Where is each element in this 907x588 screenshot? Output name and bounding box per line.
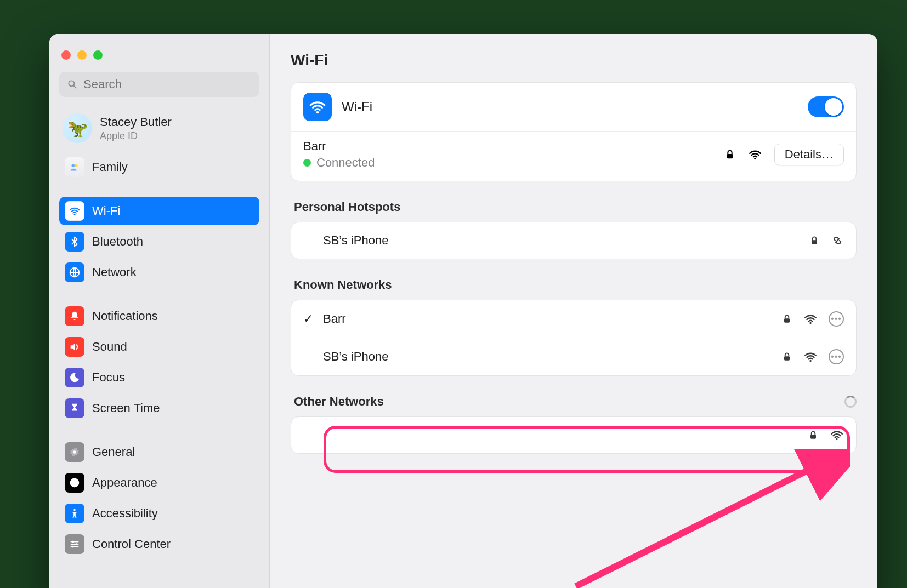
account-subtitle: Apple ID [100, 130, 172, 142]
network-row[interactable]: ✓Barr ••• [291, 300, 856, 338]
network-name: SB’s iPhone [323, 233, 388, 248]
sound-icon [65, 337, 84, 357]
sidebar-item-sound[interactable]: Sound [59, 333, 259, 361]
sidebar-item-label: Focus [92, 370, 125, 385]
wifi-status-panel: Wi-Fi Barr Connected Details… [291, 82, 857, 181]
more-options-button[interactable]: ••• [829, 349, 844, 364]
content-pane: Wi-Fi Wi-Fi Barr Connected Deta [270, 34, 877, 588]
accessibility-icon [65, 504, 84, 523]
checkmark-icon: ✓ [303, 312, 315, 326]
sidebar-item-label: Accessibility [92, 506, 158, 521]
page-title: Wi-Fi [291, 52, 857, 69]
network-name: SB’s iPhone [323, 350, 388, 364]
network-row[interactable]: SB’s iPhone ••• [291, 338, 856, 375]
wifi-signal-icon [803, 350, 818, 364]
sidebar-item-screen-time[interactable]: Screen Time [59, 394, 259, 423]
network-row[interactable]: SB’s iPhone [291, 222, 856, 259]
window-controls [59, 48, 259, 70]
network-icon [65, 262, 84, 282]
moon-icon [65, 368, 84, 387]
wifi-icon [65, 201, 84, 221]
sidebar-item-apple-id[interactable]: 🦖 Stacey Butler Apple ID [59, 110, 259, 151]
sidebar-item-bluetooth[interactable]: Bluetooth [59, 227, 259, 256]
sidebar-item-appearance[interactable]: Appearance [59, 469, 259, 497]
search-field[interactable] [59, 72, 259, 97]
sidebar-item-family[interactable]: Family [59, 153, 259, 181]
wifi-toggle-label: Wi-Fi [342, 99, 808, 115]
search-icon [67, 78, 78, 90]
known-networks-list: ✓Barr ••• SB’s iPhone ••• [291, 300, 857, 376]
hourglass-icon [65, 398, 84, 418]
sidebar-item-network[interactable]: Network [59, 258, 259, 287]
network-row[interactable] [291, 417, 856, 453]
connected-ssid: Barr [303, 139, 375, 153]
link-icon [831, 234, 844, 247]
wifi-toggle[interactable] [808, 96, 844, 117]
wifi-signal-icon [830, 428, 844, 442]
lock-icon [809, 235, 820, 246]
lock-icon [781, 313, 792, 324]
sidebar-item-general[interactable]: General [59, 438, 259, 466]
wifi-signal-icon [748, 147, 762, 162]
sidebar-item-label: Notifications [92, 309, 158, 323]
lock-icon [781, 351, 792, 362]
gear-icon [65, 442, 84, 462]
sidebar-item-label: Family [92, 160, 128, 174]
sliders-icon [65, 534, 84, 554]
family-icon [65, 157, 84, 177]
section-title-hotspots: Personal Hotspots [294, 200, 857, 214]
sidebar-item-label: Appearance [92, 476, 157, 490]
appearance-icon [65, 473, 84, 493]
sidebar-item-label: Wi-Fi [92, 204, 120, 218]
more-options-button[interactable]: ••• [829, 311, 844, 327]
bell-icon [65, 306, 84, 326]
search-input[interactable] [83, 77, 252, 92]
sidebar-item-notifications[interactable]: Notifications [59, 302, 259, 330]
sidebar: 🦖 Stacey Butler Apple ID Family Wi-Fi Bl… [49, 34, 270, 588]
sidebar-item-label: Bluetooth [92, 235, 143, 249]
status-dot-icon [303, 159, 311, 167]
zoom-window-button[interactable] [93, 50, 103, 60]
sidebar-item-wifi[interactable]: Wi-Fi [59, 197, 259, 225]
details-button[interactable]: Details… [774, 144, 844, 165]
connected-status: Connected [316, 156, 375, 170]
sidebar-item-control-center[interactable]: Control Center [59, 530, 259, 558]
wifi-signal-icon [803, 312, 818, 326]
loading-spinner-icon [844, 396, 857, 408]
network-name: Barr [323, 312, 346, 326]
section-title-other: Other Networks [294, 395, 384, 409]
lock-icon [724, 149, 736, 161]
sidebar-item-focus[interactable]: Focus [59, 363, 259, 392]
lock-icon [808, 430, 819, 441]
close-window-button[interactable] [61, 50, 71, 60]
minimize-window-button[interactable] [77, 50, 87, 60]
hotspots-list: SB’s iPhone [291, 222, 857, 259]
other-networks-list [291, 416, 857, 454]
sidebar-item-label: Control Center [92, 537, 171, 551]
avatar: 🦖 [63, 113, 92, 143]
settings-window: 🦖 Stacey Butler Apple ID Family Wi-Fi Bl… [49, 34, 877, 588]
section-title-known: Known Networks [294, 278, 857, 292]
bluetooth-icon [65, 232, 84, 252]
wifi-icon [303, 93, 332, 121]
account-name: Stacey Butler [100, 115, 172, 129]
sidebar-item-label: Sound [92, 340, 127, 354]
sidebar-item-label: Network [92, 265, 137, 279]
sidebar-item-accessibility[interactable]: Accessibility [59, 499, 259, 528]
sidebar-item-label: Screen Time [92, 401, 160, 415]
sidebar-item-label: General [92, 445, 135, 459]
